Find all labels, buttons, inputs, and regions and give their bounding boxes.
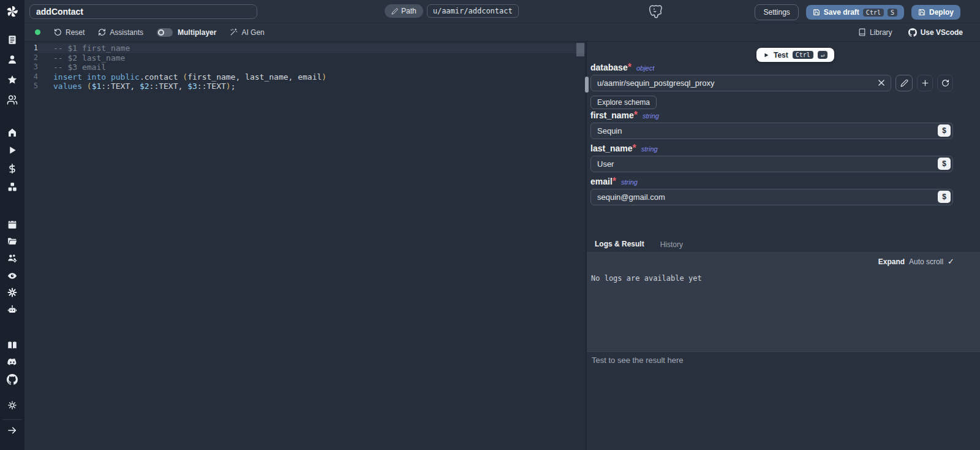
ai-gen-label: AI Gen: [241, 28, 264, 37]
kbd-ctrl: Ctrl: [863, 9, 884, 17]
undo-icon: [54, 28, 62, 36]
settings-button[interactable]: Settings: [755, 4, 798, 20]
star-icon[interactable]: [7, 74, 18, 85]
windmill-logo-icon[interactable]: [5, 4, 20, 19]
wand-icon: [230, 28, 238, 36]
field-label: first_name: [590, 110, 634, 120]
tab-logs-result[interactable]: Logs & Result: [587, 240, 652, 253]
newspaper-icon[interactable]: [7, 34, 18, 45]
check-icon[interactable]: ✓: [948, 257, 954, 266]
database-input[interactable]: [590, 75, 891, 91]
ai-gen-button[interactable]: AI Gen: [230, 28, 264, 37]
explore-schema-button[interactable]: Explore schema: [590, 96, 657, 109]
panel-divider: [586, 42, 587, 450]
editor-scrollbar[interactable]: [576, 43, 584, 56]
clear-icon[interactable]: [877, 78, 886, 87]
field-type: object: [636, 64, 654, 72]
book-icon[interactable]: [7, 340, 18, 351]
code-line: 1 -- $1 first_name: [24, 44, 586, 53]
line-number: 2: [24, 53, 38, 63]
save-draft-button[interactable]: Save draft Ctrl S: [806, 5, 904, 20]
path-group: Path u/aamir/addcontact: [385, 4, 519, 18]
variable-picker-button[interactable]: $: [938, 191, 951, 203]
assistants-button[interactable]: Assistants: [98, 28, 143, 37]
settings-label: Settings: [763, 8, 790, 17]
kbd-enter: ↵: [818, 51, 827, 59]
use-vscode-button[interactable]: Use VScode: [908, 28, 963, 37]
reset-button[interactable]: Reset: [54, 28, 85, 37]
first-name-field: first_name* string $: [590, 110, 953, 139]
sun-icon[interactable]: [7, 400, 18, 411]
variable-picker-button[interactable]: $: [938, 124, 951, 137]
postgresql-icon: [648, 4, 664, 20]
home-icon[interactable]: [7, 127, 18, 138]
line-number: 1: [24, 44, 38, 53]
panel-resize-handle[interactable]: [585, 77, 589, 93]
eye-icon[interactable]: [7, 270, 18, 281]
cubes-icon[interactable]: [7, 181, 18, 193]
dollar-icon[interactable]: [7, 163, 18, 174]
database-field: database* object Explore schema: [590, 62, 953, 109]
field-type: string: [643, 112, 659, 120]
refresh-resource-button[interactable]: [937, 75, 953, 91]
email-input[interactable]: [590, 189, 953, 205]
last-name-field: last_name* string $: [590, 143, 953, 172]
result-placeholder: Test to see the result here: [592, 356, 975, 365]
path-chip-label: Path: [401, 7, 417, 15]
result-area: Test to see the result here: [587, 351, 980, 450]
topbar: Path u/aamir/addcontact Settings Save dr…: [24, 0, 980, 23]
first-name-input[interactable]: [590, 123, 953, 139]
required-mark: *: [634, 110, 638, 120]
variable-picker-button[interactable]: $: [938, 158, 951, 170]
field-label: email: [590, 177, 612, 186]
play-icon[interactable]: [7, 145, 18, 156]
test-button[interactable]: Test Ctrl ↵: [756, 48, 834, 62]
tab-history[interactable]: History: [652, 240, 691, 253]
status-dot: [35, 29, 40, 35]
library-label: Library: [870, 28, 892, 37]
script-path[interactable]: u/aamir/addcontact: [427, 4, 519, 18]
user-group-icon[interactable]: [7, 94, 18, 105]
refresh-icon: [98, 28, 106, 36]
add-resource-button[interactable]: [917, 75, 933, 91]
deploy-button[interactable]: Deploy: [911, 5, 960, 20]
discord-icon[interactable]: [7, 356, 18, 367]
last-name-input[interactable]: [590, 156, 953, 172]
path-chip[interactable]: Path: [385, 4, 423, 18]
required-mark: *: [612, 176, 616, 186]
code-line: 2 -- $2 last_name: [24, 53, 586, 63]
test-label: Test: [774, 51, 788, 59]
workers-icon[interactable]: [7, 253, 18, 264]
line-number: 3: [24, 63, 38, 72]
kbd-s: S: [888, 9, 897, 17]
code-line: 4 insert into public.contact (first_name…: [24, 72, 586, 82]
folder-icon[interactable]: [7, 235, 18, 246]
explore-schema-label: Explore schema: [597, 98, 650, 107]
rotate-icon: [941, 79, 949, 87]
logs-empty-message: No logs are available yet: [587, 266, 980, 283]
play-icon: [763, 52, 769, 58]
expand-button[interactable]: Expand: [878, 257, 905, 266]
script-name-input[interactable]: [29, 4, 257, 19]
gear-icon[interactable]: [7, 287, 18, 298]
field-type: string: [641, 145, 658, 153]
field-label: last_name: [590, 143, 632, 153]
use-vscode-label: Use VScode: [921, 28, 963, 37]
arrow-right-icon[interactable]: [7, 425, 18, 436]
email-field: email* string $: [590, 176, 953, 205]
library-button[interactable]: Library: [858, 28, 892, 37]
code-editor[interactable]: 1 -- $1 first_name 2 -- $2 last_name 3 -…: [24, 42, 586, 450]
reset-label: Reset: [66, 28, 85, 37]
user-icon[interactable]: [7, 54, 18, 65]
calendar-icon[interactable]: [7, 219, 18, 230]
github-icon[interactable]: [7, 374, 18, 385]
editor-toolbar: Reset Assistants Multiplayer AI Gen Libr…: [24, 23, 980, 42]
required-mark: *: [628, 62, 631, 72]
edit-resource-button[interactable]: [895, 75, 913, 91]
line-number: 5: [24, 82, 38, 91]
vscode-icon: [908, 28, 917, 37]
pencil-icon: [391, 8, 398, 15]
multiplayer-toggle[interactable]: [157, 28, 173, 37]
multiplayer-label: Multiplayer: [178, 28, 216, 37]
robot-icon[interactable]: [7, 304, 18, 315]
